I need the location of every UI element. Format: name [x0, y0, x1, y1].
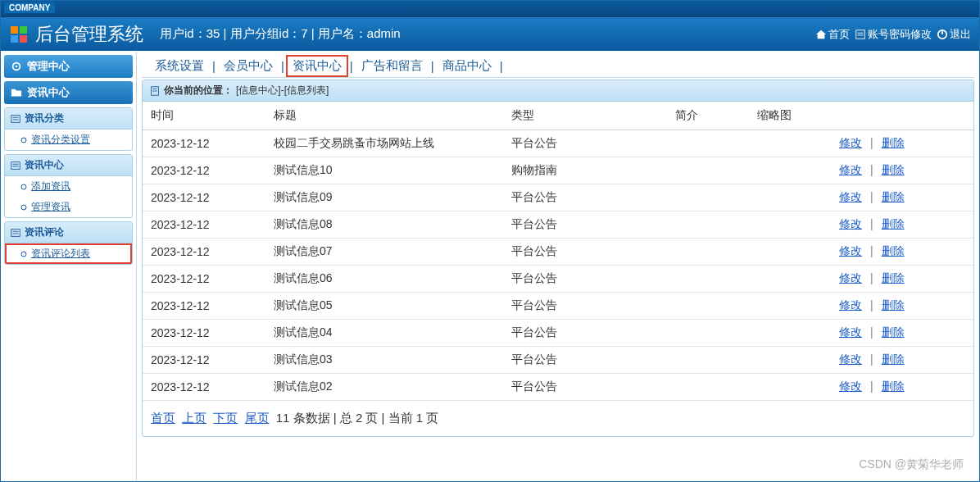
table-cell-thumb	[749, 184, 831, 211]
table-cell-actions: 修改|删除	[831, 239, 973, 266]
svg-rect-1	[20, 26, 27, 34]
delete-link[interactable]: 删除	[882, 380, 905, 393]
table-row: 2023-12-12测试信息09平台公告修改|删除	[143, 184, 973, 211]
table-header	[831, 102, 973, 130]
pager-prev[interactable]: 上页	[182, 411, 206, 425]
table-cell-title: 测试信息02	[265, 374, 503, 401]
table-header: 标题	[265, 102, 503, 130]
table-cell-type: 平台公告	[503, 293, 667, 320]
app-title: 后台管理系统	[35, 22, 143, 47]
edit-link[interactable]: 修改	[839, 163, 862, 176]
edit-link[interactable]: 修改	[839, 380, 862, 393]
table-cell-intro	[667, 320, 749, 347]
table-cell-type: 平台公告	[503, 239, 667, 266]
sidebar-item[interactable]: 资讯分类设置	[5, 130, 132, 150]
table-cell-thumb	[749, 266, 831, 293]
pager-first[interactable]: 首页	[151, 411, 175, 425]
edit-link[interactable]: 修改	[839, 244, 862, 257]
table-cell-actions: 修改|删除	[831, 157, 973, 184]
table-row: 2023-12-12测试信息08平台公告修改|删除	[143, 211, 973, 239]
gear-icon	[11, 61, 22, 72]
list-icon	[855, 29, 866, 40]
password-link[interactable]: 账号密码修改	[855, 27, 932, 42]
table-cell-date: 2023-12-12	[143, 130, 265, 157]
breadcrumb-path: [信息中心]-[信息列表]	[236, 84, 329, 98]
table-row: 2023-12-12测试信息02平台公告修改|删除	[143, 374, 973, 401]
table-cell-date: 2023-12-12	[143, 184, 265, 211]
sidebar-item[interactable]: 管理资讯	[5, 197, 132, 217]
table-cell-thumb	[749, 130, 831, 157]
pager-next[interactable]: 下页	[213, 411, 238, 425]
table-cell-title: 测试信息07	[265, 239, 503, 266]
table-cell-intro	[667, 211, 749, 239]
edit-link[interactable]: 修改	[839, 325, 862, 339]
delete-link[interactable]: 删除	[882, 352, 905, 366]
sidebar-item-link[interactable]: 资讯评论列表	[31, 247, 90, 261]
delete-link[interactable]: 删除	[882, 163, 905, 176]
nav-separator: |	[431, 59, 434, 73]
sidebar-block-title: 资讯分类	[25, 111, 64, 125]
edit-link[interactable]: 修改	[839, 298, 862, 311]
table-cell-intro	[667, 266, 749, 293]
home-link[interactable]: 首页	[815, 27, 850, 42]
table-row: 2023-12-12测试信息06平台公告修改|删除	[143, 266, 973, 293]
breadcrumb-prefix: 你当前的位置：	[164, 84, 233, 98]
svg-point-10	[16, 66, 18, 68]
delete-link[interactable]: 删除	[882, 136, 905, 149]
svg-point-18	[21, 184, 26, 189]
nav-separator: |	[281, 59, 284, 73]
table-cell-thumb	[749, 293, 831, 320]
sidebar-block-title: 资讯评论	[25, 225, 64, 239]
table-cell-actions: 修改|删除	[831, 130, 973, 157]
action-separator: |	[870, 244, 873, 257]
sidebar-section-head: 资讯中心	[4, 81, 133, 104]
table-cell-thumb	[749, 211, 831, 239]
doc-icon	[149, 85, 161, 97]
edit-link[interactable]: 修改	[839, 271, 862, 284]
action-separator: |	[870, 136, 873, 149]
sidebar: 管理中心 资讯中心 资讯分类资讯分类设置资讯中心添加资讯管理资讯资讯评论资讯评论…	[1, 52, 137, 481]
topnav-item[interactable]: 资讯中心	[288, 57, 347, 75]
table-cell-intro	[667, 293, 749, 320]
table-cell-title: 测试信息04	[265, 320, 503, 347]
edit-link[interactable]: 修改	[839, 352, 862, 366]
topnav-item[interactable]: 系统设置	[150, 57, 209, 75]
sidebar-section-head-label: 资讯中心	[27, 85, 70, 100]
delete-link[interactable]: 删除	[882, 325, 905, 339]
edit-link[interactable]: 修改	[839, 136, 862, 149]
table-cell-intro	[667, 239, 749, 266]
table-cell-date: 2023-12-12	[143, 320, 265, 347]
table-header: 简介	[667, 102, 749, 130]
delete-link[interactable]: 删除	[882, 271, 905, 284]
logout-link[interactable]: 退出	[937, 27, 971, 42]
delete-link[interactable]: 删除	[882, 217, 905, 230]
svg-point-23	[21, 252, 26, 257]
delete-link[interactable]: 删除	[882, 190, 905, 203]
action-separator: |	[870, 352, 873, 366]
table-cell-intro	[667, 130, 749, 157]
sidebar-item-link[interactable]: 添加资讯	[31, 180, 70, 193]
sidebar-item-link[interactable]: 管理资讯	[31, 200, 70, 214]
sidebar-item[interactable]: 资讯评论列表	[5, 243, 132, 264]
topnav-item[interactable]: 广告和留言	[356, 57, 428, 75]
sidebar-item[interactable]: 添加资讯	[5, 176, 132, 197]
sidebar-main-head-label: 管理中心	[27, 59, 70, 74]
delete-link[interactable]: 删除	[882, 298, 905, 311]
table-cell-title: 测试信息09	[265, 184, 503, 211]
table-cell-date: 2023-12-12	[143, 266, 265, 293]
pager-last[interactable]: 尾页	[245, 411, 270, 425]
edit-link[interactable]: 修改	[839, 217, 862, 230]
topnav-item[interactable]: 会员中心	[219, 57, 278, 75]
table-cell-title: 测试信息06	[265, 266, 503, 293]
edit-link[interactable]: 修改	[839, 190, 862, 203]
table-cell-date: 2023-12-12	[143, 347, 265, 374]
table-cell-date: 2023-12-12	[143, 157, 265, 184]
sidebar-item-link[interactable]: 资讯分类设置	[31, 133, 90, 147]
delete-link[interactable]: 删除	[882, 244, 905, 257]
nav-separator: |	[350, 59, 353, 73]
table-row: 2023-12-12测试信息10购物指南修改|删除	[143, 157, 973, 184]
svg-rect-4	[856, 30, 865, 39]
action-separator: |	[870, 163, 873, 176]
action-separator: |	[870, 325, 873, 339]
topnav-item[interactable]: 商品中心	[438, 57, 497, 75]
